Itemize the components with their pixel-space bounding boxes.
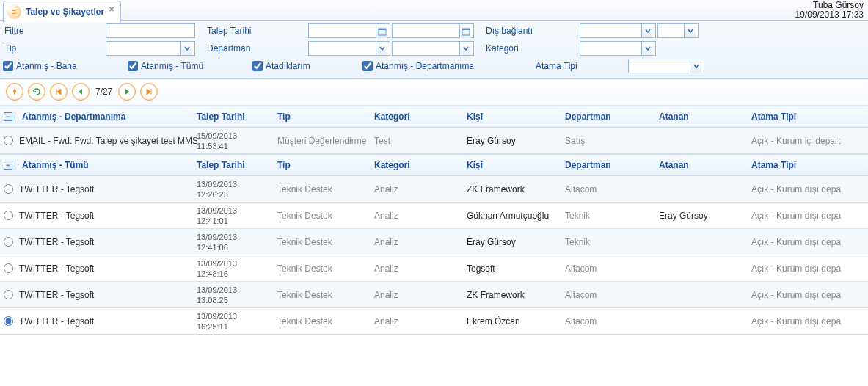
combo-dis-baglanti-2[interactable] bbox=[657, 23, 699, 38]
col-header[interactable]: Talep Tarihi bbox=[197, 112, 277, 122]
col-header[interactable]: Kategori bbox=[374, 160, 467, 170]
row-radio[interactable] bbox=[4, 237, 13, 247]
row-radio[interactable] bbox=[4, 316, 13, 326]
table-row[interactable]: TWITTER - Tegsoft 13/09/201312:41:01 Tek… bbox=[0, 203, 868, 229]
combo-departman-2[interactable] bbox=[392, 41, 474, 56]
cell-kisi: Ekrem Özcan bbox=[467, 316, 565, 327]
checkbox-label: Atanmış - Departmanıma bbox=[376, 61, 474, 71]
group-toggle[interactable]: − bbox=[0, 112, 16, 121]
col-header[interactable]: Kategori bbox=[374, 112, 467, 122]
next-page-button[interactable] bbox=[118, 83, 136, 101]
date-to[interactable] bbox=[392, 23, 474, 38]
cell-kategori: Analiz bbox=[374, 211, 467, 221]
row-radio[interactable] bbox=[4, 263, 13, 273]
checkbox-label: Atadıklarım bbox=[266, 61, 310, 71]
combo-atama-tipi[interactable] bbox=[628, 59, 704, 73]
tab-talep-sikayetler[interactable]: ≡ Talep ve Şikayetler ✕ bbox=[3, 1, 121, 23]
pin-button[interactable] bbox=[6, 83, 23, 101]
combo-tip[interactable] bbox=[106, 41, 195, 56]
cell-departman: Alfacom bbox=[565, 316, 659, 327]
combo-kategori[interactable] bbox=[580, 41, 656, 56]
calendar-icon bbox=[459, 25, 471, 38]
cell-kategori: Test bbox=[374, 136, 467, 146]
clipboard-icon: ≡ bbox=[7, 4, 21, 19]
checkbox[interactable] bbox=[3, 61, 13, 71]
filter-label-kategori: Kategori bbox=[484, 43, 578, 54]
grid: − Atanmış - Departmanıma Talep Tarihi Ti… bbox=[0, 106, 868, 335]
table-row[interactable]: TWITTER - Tegsoft 13/09/201312:26:23 Tek… bbox=[0, 176, 868, 203]
col-header[interactable]: Tip bbox=[277, 160, 374, 170]
group-toggle[interactable]: − bbox=[0, 161, 16, 170]
chevron-down-icon bbox=[684, 24, 696, 37]
col-header[interactable]: Atama Tipi bbox=[751, 160, 868, 170]
checkbox[interactable] bbox=[128, 61, 138, 71]
cell-kisi: ZK Framework bbox=[467, 184, 565, 194]
cell-atanan: Eray Gürsoy bbox=[659, 211, 751, 221]
cell-name: TWITTER - Tegsoft bbox=[16, 237, 197, 247]
col-header[interactable]: Departman bbox=[565, 112, 659, 122]
col-header[interactable]: Atanan bbox=[659, 160, 751, 170]
table-row[interactable]: TWITTER - Tegsoft 13/09/201313:08:25 Tek… bbox=[0, 282, 868, 308]
cell-kisi: Eray Gürsoy bbox=[467, 136, 565, 146]
table-row[interactable]: TWITTER - Tegsoft 13/09/201312:48:16 Tek… bbox=[0, 255, 868, 282]
chevron-down-icon bbox=[641, 42, 653, 55]
cb-atanmis-tumu[interactable]: Atanmış - Tümü bbox=[128, 61, 252, 71]
col-header[interactable]: Kişi bbox=[467, 112, 565, 122]
cell-name: TWITTER - Tegsoft bbox=[16, 316, 197, 327]
combo-dis-baglanti-1[interactable] bbox=[580, 23, 656, 38]
col-header[interactable]: Departman bbox=[565, 160, 659, 170]
close-icon[interactable]: ✕ bbox=[109, 5, 114, 13]
header-datetime: 19/09/2013 17:33 bbox=[795, 10, 864, 20]
grid-group-header: − Atanmış - Tümü Talep Tarihi Tip Katego… bbox=[0, 154, 868, 176]
cell-kategori: Analiz bbox=[374, 290, 467, 300]
checkbox[interactable] bbox=[252, 61, 263, 71]
col-header[interactable]: Kişi bbox=[467, 160, 565, 170]
filter-label-dis-baglanti: Dış bağlantı bbox=[484, 26, 578, 36]
col-header[interactable]: Atanan bbox=[659, 112, 751, 122]
first-page-button[interactable] bbox=[50, 83, 68, 101]
date-from[interactable] bbox=[308, 23, 390, 38]
row-radio[interactable] bbox=[4, 184, 13, 194]
cell-tip: Teknik Destek bbox=[277, 237, 374, 247]
cell-kategori: Analiz bbox=[374, 263, 467, 274]
cb-atadiklarim[interactable]: Atadıklarım bbox=[252, 61, 362, 71]
cell-date: 13/09/201312:26:23 bbox=[197, 179, 277, 200]
cell-name: TWITTER - Tegsoft bbox=[16, 290, 197, 300]
chevron-down-icon bbox=[459, 42, 471, 55]
col-header[interactable]: Atama Tipi bbox=[751, 112, 868, 122]
cell-date: 13/09/201312:48:16 bbox=[197, 258, 277, 279]
cell-kisi: Tegsoft bbox=[467, 263, 565, 274]
table-row[interactable]: EMAIL - Fwd: Fwd: Talep ve şikayet test … bbox=[0, 128, 868, 154]
filter-input-filtre[interactable] bbox=[106, 23, 195, 38]
cell-date: 13/09/201316:25:11 bbox=[197, 311, 277, 332]
col-header[interactable]: Talep Tarihi bbox=[197, 160, 277, 170]
cell-tip: Müşteri Değerlendirme bbox=[277, 136, 374, 146]
prev-page-button[interactable] bbox=[72, 83, 90, 101]
col-header[interactable]: Tip bbox=[277, 112, 374, 122]
checkbox-label: Atanmış - Tümü bbox=[141, 61, 203, 71]
group-title: Atanmış - Departmanıma bbox=[16, 112, 197, 122]
filter-label-tip: Tip bbox=[3, 43, 104, 54]
table-row[interactable]: TWITTER - Tegsoft 13/09/201312:41:06 Tek… bbox=[0, 229, 868, 255]
cb-atanmis-dept[interactable]: Atanmış - Departmanıma bbox=[362, 61, 534, 71]
row-radio[interactable] bbox=[4, 290, 13, 299]
group-title: Atanmış - Tümü bbox=[16, 160, 197, 170]
last-page-button[interactable] bbox=[140, 83, 158, 101]
filter-label-talep-tarihi: Talep Tarihi bbox=[205, 26, 307, 36]
cell-kisi: Eray Gürsoy bbox=[467, 237, 565, 247]
cell-departman: Alfacom bbox=[565, 263, 659, 274]
checkbox[interactable] bbox=[362, 61, 373, 71]
refresh-button[interactable] bbox=[28, 83, 45, 101]
cell-kisi: ZK Framework bbox=[467, 290, 565, 300]
cell-name: EMAIL - Fwd: Fwd: Talep ve şikayet test … bbox=[16, 136, 197, 146]
cb-atanmis-bana[interactable]: Atanmış - Bana bbox=[3, 61, 128, 71]
filter-label-filtre: Filtre bbox=[3, 26, 104, 36]
row-radio[interactable] bbox=[4, 211, 13, 220]
cell-atama-tipi: Açık - Kurum dışı depa bbox=[751, 316, 868, 327]
table-row[interactable]: TWITTER - Tegsoft 13/09/201316:25:11 Tek… bbox=[0, 308, 868, 335]
cell-tip: Teknik Destek bbox=[277, 263, 374, 274]
cell-tip: Teknik Destek bbox=[277, 290, 374, 300]
combo-departman-1[interactable] bbox=[308, 41, 390, 56]
row-radio[interactable] bbox=[4, 136, 13, 145]
calendar-icon bbox=[376, 25, 387, 38]
